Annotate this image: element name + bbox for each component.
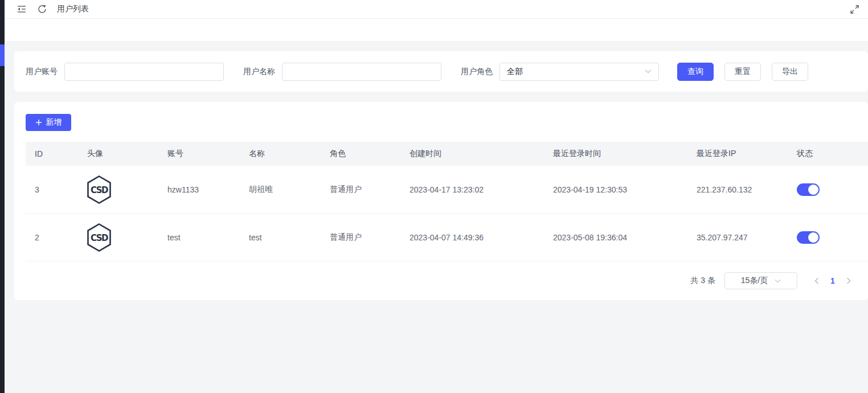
col-header-name: 名称 [240, 149, 321, 159]
user-name-label: 用户名称 [243, 67, 275, 77]
col-header-last-login: 最近登录时间 [544, 149, 687, 159]
table-header-row: ID 头像 账号 名称 角色 创建时间 最近登录时间 最近登录IP 状态 [26, 142, 868, 166]
cell-account: test [158, 233, 240, 242]
hexagon-csd-logo-icon: CSD [87, 223, 111, 252]
refresh-icon[interactable] [36, 3, 48, 15]
pager: 1 [809, 273, 857, 289]
tabs-strip [5, 19, 868, 41]
cell-status [788, 183, 868, 196]
cell-last-ip: 35.207.97.247 [687, 233, 788, 242]
cell-avatar: CSD [78, 175, 158, 204]
cell-avatar: CSD [78, 223, 158, 252]
page-size-select[interactable]: 15条/页 [724, 272, 797, 289]
user-name-input[interactable] [282, 63, 441, 81]
fullscreen-icon[interactable] [849, 3, 860, 15]
user-account-label: 用户账号 [26, 67, 58, 77]
hexagon-csd-logo-icon: CSD [87, 175, 111, 204]
reset-button[interactable]: 重置 [724, 63, 761, 81]
cell-created: 2023-04-17 13:23:02 [400, 185, 544, 194]
page-number-current[interactable]: 1 [825, 276, 841, 285]
cell-last-login: 2023-05-08 19:36:04 [544, 233, 687, 242]
menu-fold-icon[interactable] [16, 3, 27, 15]
status-toggle-on[interactable] [797, 231, 820, 244]
field-user-name: 用户名称 [243, 63, 441, 81]
table-row: 2 CSD test test 普通用户 2023-04-07 14:49:36… [26, 214, 868, 261]
field-user-account: 用户账号 [26, 63, 224, 81]
col-header-account: 账号 [158, 149, 240, 159]
user-table-card: 新增 ID 头像 账号 名称 角色 创建时间 最近登录时间 最近登录IP 状态 … [14, 102, 868, 300]
search-filter-card: 用户账号 用户名称 用户角色 全部 查询 [14, 51, 868, 92]
total-count-label: 共 3 条 [690, 276, 715, 286]
chevron-left-icon[interactable] [809, 273, 825, 289]
page-content: 用户账号 用户名称 用户角色 全部 查询 [5, 41, 868, 393]
query-button[interactable]: 查询 [677, 63, 714, 81]
table-footer: 共 3 条 15条/页 1 [26, 261, 868, 300]
sidebar-active-indicator[interactable] [0, 44, 5, 66]
user-role-label: 用户角色 [461, 67, 493, 77]
chevron-down-icon [645, 69, 652, 73]
cell-role: 普通用户 [321, 232, 400, 243]
svg-text:CSD: CSD [91, 185, 108, 195]
status-toggle-on[interactable] [797, 183, 820, 196]
plus-icon [35, 119, 42, 126]
col-header-status: 状态 [788, 149, 868, 159]
add-user-button[interactable]: 新增 [26, 114, 71, 131]
toggle-knob [808, 232, 818, 243]
cell-account: hzw1133 [158, 185, 240, 194]
svg-text:CSD: CSD [91, 233, 108, 243]
user-account-input[interactable] [64, 63, 224, 81]
cell-id: 2 [26, 233, 78, 242]
topbar: 用户列表 [5, 0, 868, 19]
col-header-created: 创建时间 [400, 149, 544, 159]
cell-role: 普通用户 [321, 185, 400, 195]
chevron-down-icon [775, 279, 781, 283]
export-button[interactable]: 导出 [772, 63, 808, 81]
field-user-role: 用户角色 全部 [461, 63, 659, 81]
page-size-value: 15条/页 [741, 276, 768, 286]
cell-name: 胡祖唯 [240, 185, 321, 195]
user-role-selected-value: 全部 [507, 67, 645, 77]
chevron-right-icon[interactable] [841, 273, 857, 289]
collapsed-sidebar [0, 0, 5, 393]
cell-created: 2023-04-07 14:49:36 [400, 233, 544, 242]
toggle-knob [808, 185, 818, 195]
add-user-label: 新增 [46, 117, 62, 128]
col-header-avatar: 头像 [78, 149, 158, 159]
main-area: 用户列表 用户账号 用户名称 用户角色 [5, 0, 868, 393]
col-header-id: ID [26, 149, 78, 158]
table-row: 3 CSD hzw1133 胡祖唯 普通用户 2023-04-17 13:23:… [26, 166, 868, 214]
cell-last-ip: 221.237.60.132 [687, 185, 788, 194]
cell-name: test [240, 233, 321, 242]
col-header-last-ip: 最近登录IP [687, 149, 788, 159]
cell-last-login: 2023-04-19 12:30:53 [544, 185, 687, 194]
user-role-select[interactable]: 全部 [499, 63, 659, 81]
col-header-role: 角色 [321, 149, 400, 159]
cell-id: 3 [26, 185, 78, 194]
cell-status [788, 231, 868, 244]
tab-user-list[interactable]: 用户列表 [57, 4, 89, 14]
search-actions: 查询 重置 导出 [677, 63, 808, 81]
